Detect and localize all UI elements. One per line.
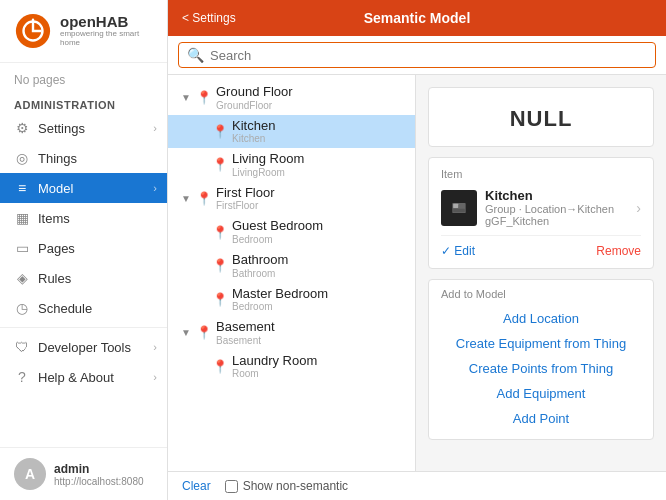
tree-item-labels: Kitchen Kitchen <box>232 118 275 146</box>
search-input-wrap: 🔍 <box>178 42 656 68</box>
tree-item-bathroom[interactable]: 📍 Bathroom Bathroom <box>168 249 415 283</box>
tree-item-sub: Bedroom <box>232 234 323 246</box>
sidebar-item-schedule[interactable]: ◷ Schedule <box>0 293 167 323</box>
location-icon: 📍 <box>196 191 212 206</box>
chevron-right-icon: › <box>153 341 157 353</box>
tree-item-name: Master Bedroom <box>232 286 328 302</box>
sidebar-item-label: Items <box>38 211 70 226</box>
svg-rect-3 <box>453 203 458 207</box>
tree-item-name: Laundry Room <box>232 353 317 369</box>
sidebar-item-label: Rules <box>38 271 71 286</box>
item-thumbnail <box>441 190 477 226</box>
tree-item-first-floor[interactable]: ▼ 📍 First Floor FirstFloor <box>168 182 415 216</box>
sidebar-item-help-about[interactable]: ? Help & About › <box>0 362 167 392</box>
avatar: A <box>14 458 46 490</box>
tree-item-sub: LivingRoom <box>232 167 304 179</box>
gear-icon: ⚙ <box>14 120 30 136</box>
tree-panel: ▼ 📍 Ground Floor GroundFloor 📍 Kitchen K… <box>168 75 416 471</box>
item-section-label: Item <box>441 168 641 180</box>
sidebar-logo: openHAB empowering the smart home <box>0 0 167 63</box>
add-to-model-card: Add to Model Add Location Create Equipme… <box>428 279 654 440</box>
sidebar: openHAB empowering the smart home No pag… <box>0 0 168 500</box>
tree-item-name: First Floor <box>216 185 275 201</box>
sidebar-item-label: Help & About <box>38 370 114 385</box>
sidebar-item-label: Things <box>38 151 77 166</box>
sidebar-logo-text: openHAB empowering the smart home <box>60 14 153 48</box>
location-icon: 📍 <box>212 225 228 240</box>
search-input[interactable] <box>210 48 647 63</box>
items-icon: ▦ <box>14 210 30 226</box>
location-icon: 📍 <box>212 359 228 374</box>
sidebar-item-settings[interactable]: ⚙ Settings › <box>0 113 167 143</box>
item-tag: gGF_Kitchen <box>485 215 628 227</box>
sidebar-item-items[interactable]: ▦ Items <box>0 203 167 233</box>
tree-item-basement[interactable]: ▼ 📍 Basement Basement <box>168 316 415 350</box>
model-icon: ≡ <box>14 180 30 196</box>
topbar-title: Semantic Model <box>364 10 471 26</box>
kitchen-icon <box>449 198 469 218</box>
chevron-right-icon: › <box>636 200 641 216</box>
dev-icon: 🛡 <box>14 339 30 355</box>
content-row: ▼ 📍 Ground Floor GroundFloor 📍 Kitchen K… <box>168 75 666 471</box>
tree-item-labels: Living Room LivingRoom <box>232 151 304 179</box>
openhab-logo-icon <box>14 12 52 50</box>
tree-item-laundry-room[interactable]: 📍 Laundry Room Room <box>168 350 415 384</box>
show-non-semantic-toggle[interactable]: Show non-semantic <box>225 479 348 493</box>
logo-tagline: empowering the smart home <box>60 30 153 48</box>
sidebar-item-developer-tools[interactable]: 🛡 Developer Tools › <box>0 332 167 362</box>
clear-button[interactable]: Clear <box>182 479 211 493</box>
back-button[interactable]: < Settings <box>182 11 236 25</box>
sidebar-item-things[interactable]: ◎ Things <box>0 143 167 173</box>
sidebar-item-label: Developer Tools <box>38 340 131 355</box>
topbar: < Settings Semantic Model <box>168 0 666 36</box>
show-non-semantic-checkbox[interactable] <box>225 480 238 493</box>
add-equipment-button[interactable]: Add Equipment <box>441 381 641 406</box>
null-display: NULL <box>428 87 654 147</box>
tree-item-labels: Basement Basement <box>216 319 275 347</box>
sidebar-item-rules[interactable]: ◈ Rules <box>0 263 167 293</box>
edit-button[interactable]: ✓ Edit <box>441 244 475 258</box>
expand-icon: ▼ <box>178 193 194 204</box>
location-icon: 📍 <box>196 325 212 340</box>
tree-item-master-bedroom[interactable]: 📍 Master Bedroom Bedroom <box>168 283 415 317</box>
no-pages-label: No pages <box>0 63 167 91</box>
tree-item-name: Living Room <box>232 151 304 167</box>
sidebar-item-label: Model <box>38 181 73 196</box>
rules-icon: ◈ <box>14 270 30 286</box>
tree-item-ground-floor[interactable]: ▼ 📍 Ground Floor GroundFloor <box>168 81 415 115</box>
sidebar-item-pages[interactable]: ▭ Pages <box>0 233 167 263</box>
item-name: Kitchen <box>485 188 628 203</box>
tree-item-kitchen[interactable]: 📍 Kitchen Kitchen <box>168 115 415 149</box>
add-to-model-label: Add to Model <box>441 288 641 300</box>
item-actions: ✓ Edit Remove <box>441 235 641 258</box>
user-info: admin http://localhost:8080 <box>54 462 144 487</box>
detail-panel: NULL Item Kitchen Group · Location→Kitch <box>416 75 666 471</box>
tree-item-name: Guest Bedroom <box>232 218 323 234</box>
search-icon: 🔍 <box>187 47 204 63</box>
tree-item-living-room[interactable]: 📍 Living Room LivingRoom <box>168 148 415 182</box>
user-profile[interactable]: A admin http://localhost:8080 <box>0 447 167 500</box>
pages-icon: ▭ <box>14 240 30 256</box>
tree-item-guest-bedroom[interactable]: 📍 Guest Bedroom Bedroom <box>168 215 415 249</box>
location-icon: 📍 <box>212 292 228 307</box>
sidebar-item-label: Schedule <box>38 301 92 316</box>
remove-button[interactable]: Remove <box>596 244 641 258</box>
create-equipment-from-thing-button[interactable]: Create Equipment from Thing <box>441 331 641 356</box>
tree-item-name: Ground Floor <box>216 84 293 100</box>
add-point-button[interactable]: Add Point <box>441 406 641 431</box>
sidebar-item-label: Settings <box>38 121 85 136</box>
expand-icon: ▼ <box>178 92 194 103</box>
sidebar-item-label: Pages <box>38 241 75 256</box>
user-host: http://localhost:8080 <box>54 476 144 487</box>
tree-item-name: Kitchen <box>232 118 275 134</box>
create-points-from-thing-button[interactable]: Create Points from Thing <box>441 356 641 381</box>
tree-item-sub: Kitchen <box>232 133 275 145</box>
tree-item-labels: Master Bedroom Bedroom <box>232 286 328 314</box>
sidebar-item-model[interactable]: ≡ Model › <box>0 173 167 203</box>
location-icon: 📍 <box>196 90 212 105</box>
add-location-button[interactable]: Add Location <box>441 306 641 331</box>
admin-section-label: Administration <box>0 91 167 113</box>
tree-item-name: Bathroom <box>232 252 288 268</box>
things-icon: ◎ <box>14 150 30 166</box>
chevron-right-icon: › <box>153 122 157 134</box>
